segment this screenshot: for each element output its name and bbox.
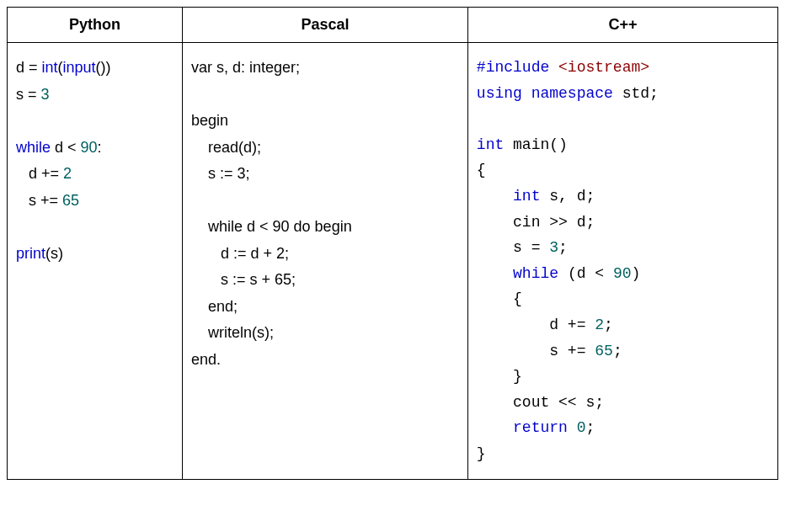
header-cpp: C++ — [467, 8, 777, 43]
code-comparison-table: Python Pascal C++ d = int(input()) s = 3… — [7, 7, 778, 480]
cell-cpp: #include <iostream> using namespace std;… — [467, 43, 777, 480]
cell-pascal: var s, d: integer; begin read(d); s := 3… — [183, 43, 468, 480]
python-code: d = int(input()) s = 3 while d < 90: d +… — [16, 55, 174, 267]
cpp-code: #include <iostream> using namespace std;… — [477, 55, 769, 467]
table-row: d = int(input()) s = 3 while d < 90: d +… — [8, 43, 778, 480]
pascal-code: var s, d: integer; begin read(d); s := 3… — [191, 55, 459, 373]
cell-python: d = int(input()) s = 3 while d < 90: d +… — [8, 43, 183, 480]
header-python: Python — [8, 8, 183, 43]
header-pascal: Pascal — [183, 8, 468, 43]
